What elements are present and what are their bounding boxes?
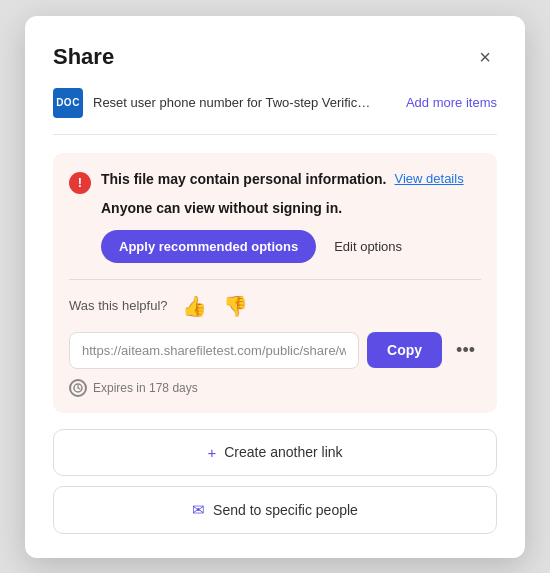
link-row: Copy ••• [69,332,481,369]
helpful-label: Was this helpful? [69,298,168,313]
thumbs-down-icon: 👎 [223,295,248,317]
thumbs-up-button[interactable]: 👍 [180,294,209,318]
share-modal: Share × DOC Reset user phone number for … [25,16,525,558]
modal-header: Share × [53,44,497,70]
clock-icon [69,379,87,397]
more-options-icon: ••• [456,340,475,360]
plus-icon: + [207,444,216,461]
warning-subtitle: Anyone can view without signing in. [101,200,481,216]
more-options-button[interactable]: ••• [450,336,481,365]
bottom-actions: + Create another link ✉ Send to specific… [53,429,497,534]
doc-icon: DOC [53,88,83,118]
thumbs-down-button[interactable]: 👎 [221,294,250,318]
warning-title: This file may contain personal informati… [101,171,387,187]
thumbs-up-icon: 👍 [182,295,207,317]
file-info: DOC Reset user phone number for Two-step… [53,88,406,118]
file-row: DOC Reset user phone number for Two-step… [53,88,497,135]
warning-card: ! This file may contain personal informa… [53,153,497,413]
add-more-button[interactable]: Add more items [406,95,497,110]
create-another-link-button[interactable]: + Create another link [53,429,497,476]
edit-options-button[interactable]: Edit options [334,239,402,254]
warning-icon: ! [69,172,91,194]
file-name: Reset user phone number for Two-step Ver… [93,95,373,110]
view-details-button[interactable]: View details [395,171,464,186]
helpful-row: Was this helpful? 👍 👎 [69,294,481,318]
share-link-input[interactable] [69,332,359,369]
svg-line-2 [78,388,80,389]
expiry-row: Expires in 178 days [69,379,481,397]
create-link-label: Create another link [224,444,342,460]
divider [69,279,481,280]
warning-title-row: This file may contain personal informati… [101,171,464,187]
warning-header: ! This file may contain personal informa… [69,171,481,194]
copy-button[interactable]: Copy [367,332,442,368]
envelope-icon: ✉ [192,501,205,519]
send-to-people-button[interactable]: ✉ Send to specific people [53,486,497,534]
warning-title-area: This file may contain personal informati… [101,171,464,187]
close-button[interactable]: × [473,45,497,69]
apply-recommended-button[interactable]: Apply recommended options [101,230,316,263]
expiry-text: Expires in 178 days [93,381,198,395]
warning-actions: Apply recommended options Edit options [101,230,481,263]
send-people-label: Send to specific people [213,502,358,518]
modal-title: Share [53,44,114,70]
